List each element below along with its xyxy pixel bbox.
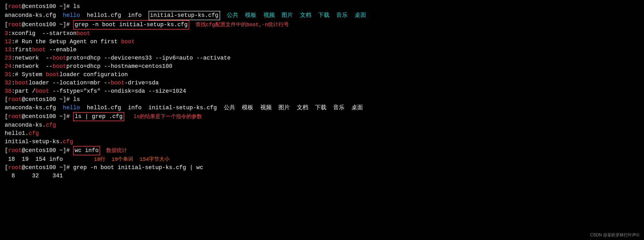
file-hello-2: hello <box>63 104 80 112</box>
part-text: :part / <box>11 87 35 96</box>
comment-grep: 查找cfg配置文件中的boot,-n统计行号 <box>189 21 289 28</box>
line-4: 3:xconfig --startxonboot <box>5 30 639 38</box>
cmd-grep-boxed: grep -n boot initial-setup-ks.cfg <box>73 20 189 30</box>
files-chinese: 公共 模板 视频 图片 文档 下载 音乐 桌面 <box>220 11 366 20</box>
line-13: anaconda-ks.cfg hello hello1.cfg info in… <box>5 104 639 112</box>
boot-6: boot <box>46 71 59 79</box>
boot-1: boot <box>76 30 90 38</box>
boot-8: boot <box>111 79 124 87</box>
prompt-root: root <box>8 3 22 11</box>
files-mid: hello1.cfg info <box>80 11 148 20</box>
drive-text: -drive=sda <box>124 79 159 87</box>
boot-9: boot <box>36 87 49 96</box>
linenum-3: 3 <box>5 30 8 38</box>
prompt-bracket: [ <box>5 3 8 11</box>
result-hello1: hello1. <box>5 129 29 138</box>
comment-wc: 数据统计 <box>100 147 127 154</box>
loader-text: loader --location=mbr -- <box>29 79 111 87</box>
line-20: [root@centos100 ~]# grep -n boot initial… <box>5 164 639 172</box>
linenum-12: 12 <box>5 38 11 46</box>
network-text-1: :network -- <box>11 54 52 62</box>
prompt-rest-14: @centos100 ~]# <box>22 113 73 121</box>
fstype-text: --fstype="xfs" --ondisk=sda --size=1024 <box>49 87 186 96</box>
prompt-bracket-20: [ <box>5 164 8 172</box>
cmd-grep-wc: grep -n boot initial-setup-ks.cfg | wc <box>73 164 203 172</box>
line-11: 38:part /boot --fstype="xfs" --ondisk=sd… <box>5 87 639 96</box>
prompt-rest-20: @centos100 ~]# <box>22 164 73 172</box>
prompt-host-path: @centos100 ~]# <box>22 3 73 11</box>
line-15: anaconda-ks.cfg <box>5 121 639 129</box>
linenum-38: 38 <box>5 87 11 96</box>
linenum-31: 31 <box>5 71 11 79</box>
xconfig-text: :xconfig --startxon <box>8 30 76 38</box>
line-5: 12:# Run the Setup Agent on first boot <box>5 38 639 46</box>
network-text-2: :network -- <box>11 62 52 71</box>
prompt-bracket-14: [ <box>5 113 8 121</box>
comment-ls-grep: ls的结果是下一个指令的参数 <box>124 113 202 120</box>
linenum-23: 23 <box>5 54 11 62</box>
file-initial-boxed: initial-setup-ks.cfg <box>149 11 220 20</box>
cmd-wc-boxed: wc info <box>73 146 100 155</box>
boot-4: boot <box>53 54 66 62</box>
line-1: [root@centos100 ~]# ls <box>5 3 639 11</box>
line-10: 32:bootloader --location=mbr --boot-driv… <box>5 79 639 87</box>
line-19: 18 19 154 info 18行 19个单词 154字节大小 <box>5 155 639 164</box>
boot-7: boot <box>15 79 29 87</box>
boot-3: boot <box>32 46 46 54</box>
prompt-rest-18: @centos100 ~]# <box>22 147 73 155</box>
grep-wc-result: 8 32 341 <box>5 172 63 180</box>
boot-5: boot <box>53 62 66 71</box>
system-text: :# System <box>11 71 46 79</box>
prompt-bracket-12: [ <box>5 96 8 104</box>
line-21: 8 32 341 <box>5 172 639 180</box>
line-8: 24:network --bootproto=dhcp --hostname=c… <box>5 62 639 71</box>
run-setup-text: :# Run the Setup Agent on first <box>11 38 121 46</box>
watermark: CSDN @某听穿林打叶声© <box>590 232 639 238</box>
terminal: [root@centos100 ~]# ls anaconda-ks.cfg h… <box>5 3 639 180</box>
cmd-ls-2: ls <box>73 96 80 104</box>
line-18: [root@centos100 ~]# wc info 数据统计 <box>5 146 639 155</box>
firstboot-text: :first <box>11 46 32 54</box>
line-3: [root@centos100 ~]# grep -n boot initial… <box>5 20 639 30</box>
result-anaconda: anaconda-ks. <box>5 121 46 129</box>
line-2: anaconda-ks.cfg hello hello1.cfg info in… <box>5 11 639 20</box>
cfg-3: cfg <box>63 138 73 146</box>
prompt-rest-12: @centos100 ~]# <box>22 96 73 104</box>
file-hello: hello <box>63 11 80 20</box>
prompt-bracket-3: [ <box>5 21 8 29</box>
line-16: hello1.cfg <box>5 129 639 138</box>
cmd-ls-1: ls <box>73 3 80 11</box>
line-14: [root@centos100 ~]# ls | grep .cfg ls的结果… <box>5 112 639 121</box>
linenum-24: 24 <box>5 62 11 71</box>
line-9: 31:# System bootloader configuration <box>5 71 639 79</box>
prompt-root-20: root <box>8 164 22 172</box>
cmd-ls-grep-boxed: ls | grep .cfg <box>73 112 124 121</box>
line-6: 13:firstboot --enable <box>5 46 639 54</box>
result-initial: initial-setup-ks. <box>5 138 63 146</box>
prompt-root-12: root <box>8 96 22 104</box>
file-anaconda-2: anaconda-ks.cfg <box>5 104 63 112</box>
files-rest-2: hello1.cfg info initial-setup-ks.cfg 公共 … <box>80 104 363 112</box>
prompt-root-18: root <box>8 147 22 155</box>
prompt-rest-3: @centos100 ~]# <box>22 21 73 29</box>
line-17: initial-setup-ks.cfg <box>5 138 639 146</box>
comment-wc-detail: 18行 19个单词 154字节大小 <box>63 156 170 163</box>
colon-1: : <box>11 79 15 87</box>
prompt-root-14: root <box>8 113 22 121</box>
linenum-13: 13 <box>5 46 11 54</box>
network-rest-2: proto=dhcp --hostname=centos100 <box>66 62 172 71</box>
linenum-32: 32 <box>5 79 11 87</box>
loader-config-text: loader configuration <box>59 71 128 79</box>
cfg-1: cfg <box>46 121 56 129</box>
line-12: [root@centos100 ~]# ls <box>5 96 639 104</box>
file-anaconda: anaconda-ks.cfg <box>5 11 63 20</box>
prompt-root-3: root <box>8 21 22 29</box>
wc-result: 18 19 154 info <box>5 155 63 164</box>
prompt-bracket-18: [ <box>5 147 8 155</box>
network-rest-1: proto=dhcp --device=ens33 --ipv6=auto --… <box>66 54 231 62</box>
cfg-2: cfg <box>29 129 39 138</box>
enable-text: --enable <box>46 46 76 54</box>
line-7: 23:network --bootproto=dhcp --device=ens… <box>5 54 639 62</box>
boot-2: boot <box>121 38 135 46</box>
